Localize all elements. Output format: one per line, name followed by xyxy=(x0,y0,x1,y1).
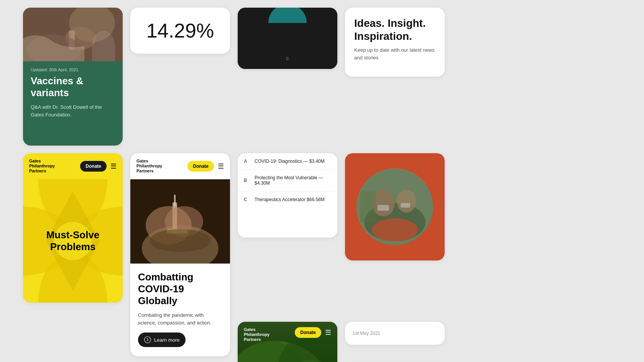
main-grid: Updated: 30th April, 2021 Vaccines & var… xyxy=(23,8,621,362)
breakdown-label-b: B xyxy=(244,178,250,183)
must-solve-text: Must-Solve Problems xyxy=(23,229,123,253)
svg-rect-15 xyxy=(174,195,176,206)
svg-point-31 xyxy=(372,218,418,241)
vaccines-desc: Q&A with Dr. Scott Dowell of the Gates F… xyxy=(31,103,115,118)
gpp-logo-covid: Gates Philanthropy Partners xyxy=(136,159,162,174)
arrow-right-icon xyxy=(144,336,151,343)
round-photo xyxy=(356,169,433,245)
card-donut: c xyxy=(238,8,337,69)
breakdown-item-b: B Protecting the Most Vulnerable — $4.30… xyxy=(238,170,337,192)
vaccines-title: Vaccines & variants xyxy=(31,75,115,99)
svg-rect-32 xyxy=(360,192,376,222)
vaccines-content: Updated: 30th April, 2021 Vaccines & var… xyxy=(23,61,123,124)
card-orange-image xyxy=(345,153,445,260)
donor-grantee-header: Gates Philanthropy Partners Donate ☰ xyxy=(238,322,337,348)
gpp-logo-must-solve: Gates Philanthropy Partners xyxy=(29,159,55,174)
breakdown-label-a: A xyxy=(244,159,250,164)
vaccines-image xyxy=(23,8,123,61)
percent-value: 14.29% xyxy=(146,19,214,42)
date-text: 1st May 2021 xyxy=(353,331,380,336)
breakdown-text-c: Therapeutics Accelerator $66.58M xyxy=(255,197,331,202)
ideas-title: Ideas. Insight. Inspiration. xyxy=(354,17,435,43)
must-solve-menu-icon[interactable]: ☰ xyxy=(110,162,117,170)
breakdown-item-a: A COVID-19: Diagnostics — $3.40M xyxy=(238,153,337,170)
card-date-badge: 1st May 2021 xyxy=(345,322,445,345)
covid-title: Combatting COVID-19 Globally xyxy=(138,271,222,307)
card-vaccines: Updated: 30th April, 2021 Vaccines & var… xyxy=(23,8,123,146)
breakdown-text-a: COVID-19: Diagnostics — $3.40M xyxy=(255,159,331,164)
card-must-solve: Gates Philanthropy Partners Donate ☰ Mus… xyxy=(23,153,123,303)
covid-desc: Combating the pandemic with science, com… xyxy=(138,311,222,326)
breakdown-item-c: C Therapeutics Accelerator $66.58M xyxy=(238,192,337,208)
covid-content: Combatting COVID-19 Globally Combating t… xyxy=(130,264,230,354)
covid-global-header: Gates Philanthropy Partners Donate ☰ xyxy=(130,153,230,179)
covid-donate-button[interactable]: Donate xyxy=(187,161,214,172)
donor-donate-button[interactable]: Donate xyxy=(295,327,321,338)
learn-more-button[interactable]: Learn more xyxy=(138,333,186,347)
round-photo-svg xyxy=(356,169,433,245)
covid-menu-icon[interactable]: ☰ xyxy=(218,162,224,170)
vaccines-updated: Updated: 30th April, 2021 xyxy=(31,67,115,72)
must-solve-donate-button[interactable]: Donate xyxy=(80,161,107,172)
card-donor-grantee: Gates Philanthropy Partners Donate ☰ Fro… xyxy=(238,322,337,362)
ideas-desc: Keep up to date with our latest news and… xyxy=(354,46,435,61)
covid-image xyxy=(130,179,230,264)
svg-rect-30 xyxy=(401,203,410,208)
card-percent: 14.29% xyxy=(130,8,230,54)
gpp-logo-donor: Gates Philanthropy Partners xyxy=(244,327,269,342)
breakdown-text-b: Protecting the Most Vulnerable — $4.30M xyxy=(255,175,331,186)
breakdown-label-c: C xyxy=(244,197,250,202)
donut-c-label: c xyxy=(286,55,289,61)
card-ideas: Ideas. Insight. Inspiration. Keep up to … xyxy=(345,8,445,77)
card-breakdown: A COVID-19: Diagnostics — $3.40M B Prote… xyxy=(238,153,337,238)
donor-menu-icon[interactable]: ☰ xyxy=(325,328,331,337)
svg-point-28 xyxy=(397,190,416,213)
svg-point-18 xyxy=(150,229,211,252)
card-covid-global: Gates Philanthropy Partners Donate ☰ xyxy=(130,153,230,356)
svg-rect-29 xyxy=(378,205,389,211)
must-solve-pattern: Must-Solve Problems xyxy=(23,179,123,303)
must-solve-header: Gates Philanthropy Partners Donate ☰ xyxy=(23,153,123,179)
svg-point-19 xyxy=(145,337,151,343)
